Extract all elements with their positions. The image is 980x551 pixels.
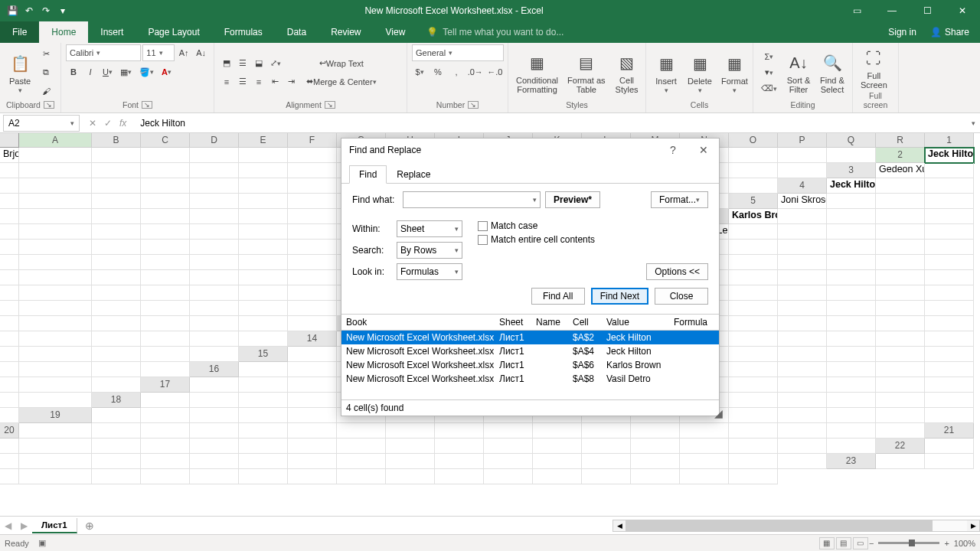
cell[interactable]: [827, 209, 876, 224]
cell[interactable]: [141, 148, 190, 163]
format-painter-button[interactable]: 🖌: [38, 83, 54, 99]
decrease-decimal-icon[interactable]: ←.0: [487, 64, 504, 80]
accounting-format-icon[interactable]: $▾: [412, 64, 427, 80]
cell[interactable]: [190, 285, 239, 301]
column-header[interactable]: O: [729, 133, 778, 148]
paste-button[interactable]: 📋 Paste ▾: [5, 50, 35, 96]
cell[interactable]: [288, 178, 337, 194]
cell[interactable]: [190, 393, 239, 408]
cell[interactable]: [827, 393, 876, 408]
cell[interactable]: [925, 408, 974, 423]
cell[interactable]: [925, 194, 974, 209]
cell[interactable]: [190, 439, 239, 454]
autosum-button[interactable]: Σ▾: [758, 49, 780, 64]
cell[interactable]: [141, 224, 190, 240]
cell[interactable]: [876, 362, 925, 377]
cell[interactable]: [141, 163, 190, 178]
cell[interactable]: Karlos Brown: [729, 209, 778, 224]
cell[interactable]: [239, 285, 288, 301]
fill-button[interactable]: ▾▾: [758, 65, 780, 80]
cell[interactable]: [925, 362, 974, 377]
cell[interactable]: [92, 148, 141, 163]
find-next-button[interactable]: Find Next: [591, 288, 648, 305]
italic-button[interactable]: I: [83, 64, 98, 80]
scroll-right-icon[interactable]: ▶: [967, 520, 979, 531]
cell[interactable]: [484, 423, 533, 439]
cell[interactable]: [925, 270, 974, 285]
cell[interactable]: [876, 393, 925, 408]
formula-expand-icon[interactable]: ▾: [967, 119, 980, 127]
cell[interactable]: [288, 270, 337, 285]
cell[interactable]: [778, 285, 827, 301]
zoom-in-button[interactable]: +: [944, 539, 949, 548]
cell[interactable]: [582, 454, 631, 469]
sheet-tab-active[interactable]: Лист1: [32, 518, 77, 533]
cell[interactable]: Joni Skrose: [778, 194, 827, 209]
row-header[interactable]: 5: [729, 194, 778, 209]
cell[interactable]: [190, 163, 239, 178]
cell[interactable]: [729, 301, 778, 316]
cell[interactable]: [778, 362, 827, 377]
row-header[interactable]: 14: [288, 331, 337, 347]
row-header[interactable]: 21: [925, 423, 974, 439]
cell[interactable]: [19, 377, 92, 393]
cell[interactable]: [729, 377, 778, 393]
cell[interactable]: [19, 316, 92, 331]
normal-view-icon[interactable]: ▦: [819, 537, 835, 549]
cell[interactable]: [239, 439, 288, 454]
row-header[interactable]: 1: [925, 133, 974, 148]
cell[interactable]: [876, 194, 925, 209]
cell[interactable]: [92, 270, 141, 285]
find-tab[interactable]: Find: [349, 165, 387, 184]
cell[interactable]: [92, 423, 141, 439]
cell[interactable]: [141, 240, 190, 255]
font-size-combo[interactable]: 11▾: [142, 44, 174, 61]
cell[interactable]: [827, 316, 876, 331]
cell[interactable]: [925, 347, 974, 362]
cell[interactable]: [827, 194, 876, 209]
cell[interactable]: [337, 454, 386, 469]
increase-font-icon[interactable]: A↑: [176, 44, 192, 61]
cell[interactable]: [0, 255, 19, 270]
cell[interactable]: [827, 148, 876, 163]
cell[interactable]: [729, 148, 778, 163]
cell[interactable]: [827, 240, 876, 255]
cell[interactable]: [0, 347, 19, 362]
cell[interactable]: [876, 347, 925, 362]
horizontal-scrollbar[interactable]: ◀ ▶: [612, 520, 980, 532]
cell[interactable]: [0, 408, 19, 423]
column-header[interactable]: B: [92, 133, 141, 148]
row-header[interactable]: 15: [239, 347, 288, 362]
cell[interactable]: [0, 209, 19, 224]
row-header[interactable]: 20: [0, 423, 19, 439]
column-header[interactable]: F: [288, 133, 337, 148]
cell[interactable]: [484, 454, 533, 469]
cell[interactable]: [190, 408, 239, 423]
cell[interactable]: [729, 469, 778, 484]
results-header-sheet[interactable]: Sheet: [495, 315, 531, 330]
ribbon-display-icon[interactable]: ▭: [839, 0, 874, 21]
cell[interactable]: [239, 148, 288, 163]
cell[interactable]: [386, 469, 435, 484]
cell[interactable]: [19, 163, 92, 178]
number-format-combo[interactable]: General▾: [412, 44, 504, 61]
borders-button[interactable]: ▦▾: [117, 64, 135, 80]
cell[interactable]: [190, 331, 239, 347]
cell[interactable]: [0, 163, 19, 178]
increase-decimal-icon[interactable]: .0→: [467, 64, 484, 80]
row-header[interactable]: 2: [876, 148, 925, 163]
undo-icon[interactable]: ↶: [23, 5, 35, 17]
cell[interactable]: [92, 454, 141, 469]
cell[interactable]: [141, 393, 190, 408]
format-as-table-button[interactable]: ▤Format as Table: [564, 49, 609, 96]
cell[interactable]: [337, 439, 386, 454]
cell[interactable]: [141, 255, 190, 270]
cell[interactable]: [0, 240, 19, 255]
page-layout-view-icon[interactable]: ▤: [836, 537, 851, 549]
find-select-button[interactable]: 🔍Find & Select: [817, 49, 848, 96]
tab-data[interactable]: Data: [275, 21, 318, 43]
redo-icon[interactable]: ↷: [40, 5, 52, 17]
cell[interactable]: [141, 301, 190, 316]
cell[interactable]: [729, 178, 778, 194]
row-header[interactable]: 23: [827, 454, 876, 469]
